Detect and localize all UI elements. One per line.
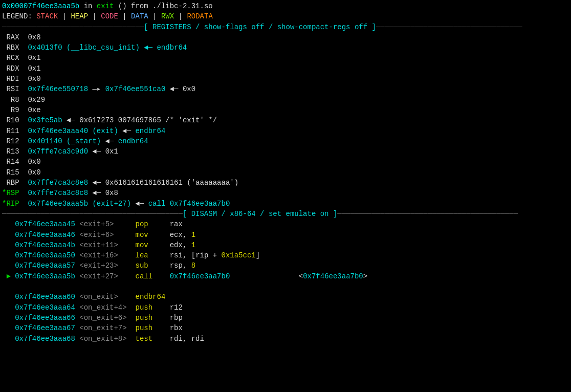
- disasm-line-2: 0x7f46ee3aaa46 <exit+6> mov ecx, 1: [2, 230, 569, 240]
- reg-r10: R10 0x3fe5ab ◄─ 0x617273 0074697865 /* '…: [2, 115, 569, 125]
- reg-r14: R14 0x0: [2, 157, 569, 167]
- disasm-on-exit-6: 0x7f46ee3aaa66 <on_exit+6> push rbp: [2, 313, 569, 323]
- reg-r13: R13 0x7ffe7ca3c9d0 ◄─ 0x1: [2, 146, 569, 157]
- title-line: 0x00007f46ee3aaa5b in exit () from ./lib…: [2, 1, 569, 11]
- reg-r8: R8 0x29: [2, 95, 569, 105]
- reg-rdx: RDX 0x1: [2, 63, 569, 74]
- reg-rip: *RIP 0x7f46ee3aaa5b (exit+27) ◄─ call 0x…: [2, 199, 569, 209]
- reg-rbx: RBX 0x4013f0 (__libc_csu_init) ◄─ endbr6…: [2, 42, 569, 53]
- reg-r12: R12 0x401140 (_start) ◄─ endbr64: [2, 136, 569, 146]
- reg-rbp: RBP 0x7ffe7ca3c8e8 ◄─ 0x6161616161616161…: [2, 178, 569, 188]
- disasm-line-5: 0x7f46ee3aaa57 <exit+23> sub rsp, 8: [2, 260, 569, 271]
- reg-r11: R11 0x7f46ee3aaa40 (exit) ◄─ endbr64: [2, 126, 569, 136]
- reg-rdi: RDI 0x0: [2, 74, 569, 84]
- registers-header: ─────────────────────────────────[ REGIS…: [2, 22, 569, 32]
- disasm-blank: [2, 281, 569, 292]
- reg-rsp: *RSP 0x7ffe7ca3c8c8 ◄─ 0x8: [2, 188, 569, 198]
- disasm-line-1: 0x7f46ee3aaa45 <exit+5> pop rax: [2, 219, 569, 229]
- reg-rax: RAX 0x8: [2, 32, 569, 42]
- disasm-line-4: 0x7f46ee3aaa50 <exit+16> lea rsi, [rip +…: [2, 250, 569, 260]
- disasm-current: ► 0x7f46ee3aaa5b <exit+27> call 0x7f46ee…: [2, 271, 569, 281]
- reg-rsi: RSI 0x7f46ee550718 —▸ 0x7f46ee551ca0 ◄─ …: [2, 84, 569, 94]
- disasm-header: ────────────────────────────────────────…: [2, 209, 569, 219]
- disasm-on-exit-7: 0x7f46ee3aaa67 <on_exit+7> push rbx: [2, 323, 569, 333]
- disasm-line-3: 0x7f46ee3aaa4b <exit+11> mov edx, 1: [2, 240, 569, 250]
- terminal: 0x00007f46ee3aaa5b in exit () from ./lib…: [0, 0, 571, 392]
- disasm-on-exit: 0x7f46ee3aaa60 <on_exit> endbr64: [2, 292, 569, 302]
- reg-r15: R15 0x0: [2, 167, 569, 178]
- disasm-on-exit-4: 0x7f46ee3aaa64 <on_exit+4> push r12: [2, 302, 569, 313]
- reg-rcx: RCX 0x1: [2, 53, 569, 63]
- reg-r9: R9 0xe: [2, 105, 569, 115]
- legend-line: LEGEND: STACK | HEAP | CODE | DATA | RWX…: [2, 11, 569, 21]
- disasm-on-exit-8: 0x7f46ee3aaa68 <on_exit+8> test rdi, rdi: [2, 334, 569, 344]
